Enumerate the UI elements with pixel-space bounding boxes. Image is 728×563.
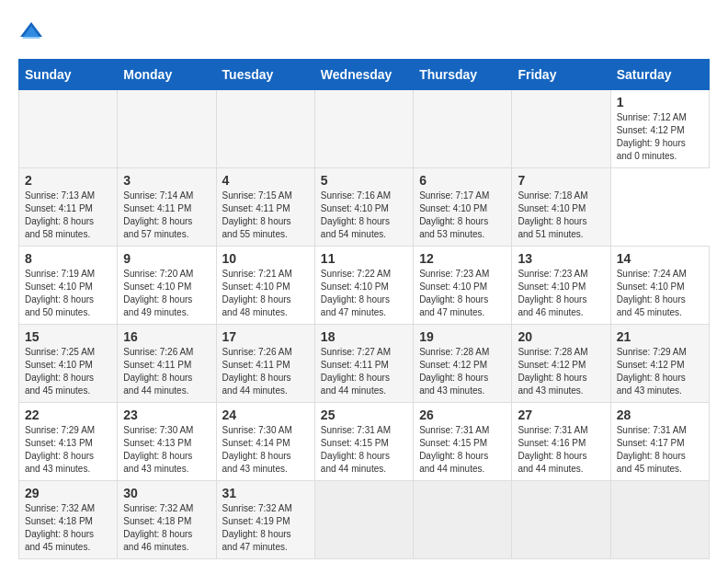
calendar-cell: 24Sunrise: 7:30 AMSunset: 4:14 PMDayligh… bbox=[216, 403, 314, 481]
calendar-cell bbox=[118, 90, 216, 168]
day-info: Sunrise: 7:25 AMSunset: 4:10 PMDaylight:… bbox=[25, 346, 111, 397]
day-number: 9 bbox=[123, 251, 210, 266]
day-info: Sunrise: 7:19 AMSunset: 4:10 PMDaylight:… bbox=[25, 268, 111, 319]
week-row-0: 1Sunrise: 7:12 AMSunset: 4:12 PMDaylight… bbox=[19, 90, 710, 168]
calendar-cell bbox=[414, 90, 512, 168]
calendar-cell: 1Sunrise: 7:12 AMSunset: 4:12 PMDaylight… bbox=[610, 90, 709, 168]
header-day-sunday: Sunday bbox=[19, 60, 118, 90]
day-number: 14 bbox=[617, 251, 703, 266]
day-info: Sunrise: 7:23 AMSunset: 4:10 PMDaylight:… bbox=[419, 268, 506, 319]
day-info: Sunrise: 7:20 AMSunset: 4:10 PMDaylight:… bbox=[123, 268, 210, 319]
header-day-wednesday: Wednesday bbox=[314, 60, 413, 90]
week-row-1: 2Sunrise: 7:13 AMSunset: 4:11 PMDaylight… bbox=[19, 168, 710, 247]
day-number: 20 bbox=[518, 329, 604, 344]
day-info: Sunrise: 7:31 AMSunset: 4:17 PMDaylight:… bbox=[617, 424, 703, 476]
day-number: 3 bbox=[123, 173, 210, 188]
calendar-cell bbox=[610, 481, 709, 559]
day-number: 13 bbox=[518, 251, 604, 266]
calendar-cell: 18Sunrise: 7:27 AMSunset: 4:11 PMDayligh… bbox=[314, 325, 413, 403]
day-info: Sunrise: 7:26 AMSunset: 4:11 PMDaylight:… bbox=[222, 346, 309, 397]
day-info: Sunrise: 7:32 AMSunset: 4:18 PMDaylight:… bbox=[123, 502, 210, 554]
calendar-cell: 3Sunrise: 7:14 AMSunset: 4:11 PMDaylight… bbox=[118, 168, 216, 247]
day-number: 17 bbox=[222, 329, 309, 344]
day-info: Sunrise: 7:26 AMSunset: 4:11 PMDaylight:… bbox=[123, 346, 210, 397]
day-info: Sunrise: 7:18 AMSunset: 4:10 PMDaylight:… bbox=[518, 190, 604, 241]
calendar-cell bbox=[414, 481, 512, 559]
day-info: Sunrise: 7:29 AMSunset: 4:12 PMDaylight:… bbox=[617, 346, 703, 397]
day-info: Sunrise: 7:30 AMSunset: 4:14 PMDaylight:… bbox=[222, 424, 309, 476]
day-info: Sunrise: 7:24 AMSunset: 4:10 PMDaylight:… bbox=[617, 268, 703, 319]
day-number: 22 bbox=[25, 408, 111, 422]
calendar-cell: 27Sunrise: 7:31 AMSunset: 4:16 PMDayligh… bbox=[512, 403, 610, 481]
week-row-4: 22Sunrise: 7:29 AMSunset: 4:13 PMDayligh… bbox=[19, 403, 710, 481]
day-info: Sunrise: 7:22 AMSunset: 4:10 PMDaylight:… bbox=[321, 268, 407, 319]
calendar-cell: 28Sunrise: 7:31 AMSunset: 4:17 PMDayligh… bbox=[610, 403, 709, 481]
day-number: 24 bbox=[222, 408, 309, 422]
day-number: 19 bbox=[419, 329, 506, 344]
day-number: 21 bbox=[617, 329, 703, 344]
calendar-cell: 20Sunrise: 7:28 AMSunset: 4:12 PMDayligh… bbox=[512, 325, 610, 403]
calendar-cell: 22Sunrise: 7:29 AMSunset: 4:13 PMDayligh… bbox=[19, 403, 118, 481]
header-row: SundayMondayTuesdayWednesdayThursdayFrid… bbox=[19, 60, 710, 90]
day-info: Sunrise: 7:29 AMSunset: 4:13 PMDaylight:… bbox=[25, 424, 111, 476]
day-info: Sunrise: 7:15 AMSunset: 4:11 PMDaylight:… bbox=[222, 190, 309, 241]
calendar-cell: 5Sunrise: 7:16 AMSunset: 4:10 PMDaylight… bbox=[314, 168, 413, 247]
calendar-cell: 17Sunrise: 7:26 AMSunset: 4:11 PMDayligh… bbox=[216, 325, 314, 403]
day-info: Sunrise: 7:13 AMSunset: 4:11 PMDaylight:… bbox=[25, 190, 111, 241]
day-number: 23 bbox=[123, 408, 210, 422]
day-number: 16 bbox=[123, 329, 210, 344]
week-row-2: 8Sunrise: 7:19 AMSunset: 4:10 PMDaylight… bbox=[19, 247, 710, 325]
calendar-cell: 23Sunrise: 7:30 AMSunset: 4:13 PMDayligh… bbox=[118, 403, 216, 481]
day-info: Sunrise: 7:12 AMSunset: 4:12 PMDaylight:… bbox=[617, 111, 703, 163]
calendar-cell: 31Sunrise: 7:32 AMSunset: 4:19 PMDayligh… bbox=[216, 481, 314, 559]
week-row-3: 15Sunrise: 7:25 AMSunset: 4:10 PMDayligh… bbox=[19, 325, 710, 403]
calendar-cell: 7Sunrise: 7:18 AMSunset: 4:10 PMDaylight… bbox=[512, 168, 610, 247]
calendar-cell: 25Sunrise: 7:31 AMSunset: 4:15 PMDayligh… bbox=[314, 403, 413, 481]
calendar-cell: 14Sunrise: 7:24 AMSunset: 4:10 PMDayligh… bbox=[610, 247, 709, 325]
calendar-cell: 11Sunrise: 7:22 AMSunset: 4:10 PMDayligh… bbox=[314, 247, 413, 325]
day-number: 30 bbox=[123, 486, 210, 500]
logo-icon bbox=[18, 18, 44, 44]
day-info: Sunrise: 7:14 AMSunset: 4:11 PMDaylight:… bbox=[123, 190, 210, 241]
day-number: 6 bbox=[419, 173, 506, 188]
day-info: Sunrise: 7:28 AMSunset: 4:12 PMDaylight:… bbox=[419, 346, 506, 397]
day-info: Sunrise: 7:17 AMSunset: 4:10 PMDaylight:… bbox=[419, 190, 506, 241]
calendar-cell: 4Sunrise: 7:15 AMSunset: 4:11 PMDaylight… bbox=[216, 168, 314, 247]
calendar-cell bbox=[512, 90, 610, 168]
day-number: 1 bbox=[617, 95, 703, 109]
day-number: 29 bbox=[25, 486, 111, 500]
page-header bbox=[18, 18, 710, 44]
calendar-cell bbox=[19, 90, 118, 168]
day-number: 26 bbox=[419, 408, 506, 422]
day-info: Sunrise: 7:32 AMSunset: 4:18 PMDaylight:… bbox=[25, 502, 111, 554]
day-number: 27 bbox=[518, 408, 604, 422]
day-info: Sunrise: 7:31 AMSunset: 4:15 PMDaylight:… bbox=[419, 424, 506, 476]
day-number: 15 bbox=[25, 329, 111, 344]
calendar-cell bbox=[216, 90, 314, 168]
calendar-cell bbox=[314, 481, 413, 559]
calendar-cell: 12Sunrise: 7:23 AMSunset: 4:10 PMDayligh… bbox=[414, 247, 512, 325]
day-number: 18 bbox=[321, 329, 407, 344]
day-info: Sunrise: 7:28 AMSunset: 4:12 PMDaylight:… bbox=[518, 346, 604, 397]
day-info: Sunrise: 7:27 AMSunset: 4:11 PMDaylight:… bbox=[321, 346, 407, 397]
calendar-cell: 13Sunrise: 7:23 AMSunset: 4:10 PMDayligh… bbox=[512, 247, 610, 325]
day-number: 28 bbox=[617, 408, 703, 422]
calendar-cell bbox=[314, 90, 413, 168]
day-number: 10 bbox=[222, 251, 309, 266]
calendar-cell: 29Sunrise: 7:32 AMSunset: 4:18 PMDayligh… bbox=[19, 481, 118, 559]
calendar-cell: 21Sunrise: 7:29 AMSunset: 4:12 PMDayligh… bbox=[610, 325, 709, 403]
header-day-monday: Monday bbox=[118, 60, 216, 90]
calendar-cell: 15Sunrise: 7:25 AMSunset: 4:10 PMDayligh… bbox=[19, 325, 118, 403]
calendar-cell: 16Sunrise: 7:26 AMSunset: 4:11 PMDayligh… bbox=[118, 325, 216, 403]
calendar-cell: 6Sunrise: 7:17 AMSunset: 4:10 PMDaylight… bbox=[414, 168, 512, 247]
header-day-tuesday: Tuesday bbox=[216, 60, 314, 90]
day-number: 8 bbox=[25, 251, 111, 266]
calendar-cell: 30Sunrise: 7:32 AMSunset: 4:18 PMDayligh… bbox=[118, 481, 216, 559]
week-row-5: 29Sunrise: 7:32 AMSunset: 4:18 PMDayligh… bbox=[19, 481, 710, 559]
day-number: 11 bbox=[321, 251, 407, 266]
day-info: Sunrise: 7:16 AMSunset: 4:10 PMDaylight:… bbox=[321, 190, 407, 241]
day-info: Sunrise: 7:23 AMSunset: 4:10 PMDaylight:… bbox=[518, 268, 604, 319]
calendar-table: SundayMondayTuesdayWednesdayThursdayFrid… bbox=[18, 59, 710, 559]
header-day-thursday: Thursday bbox=[414, 60, 512, 90]
day-info: Sunrise: 7:31 AMSunset: 4:15 PMDaylight:… bbox=[321, 424, 407, 476]
